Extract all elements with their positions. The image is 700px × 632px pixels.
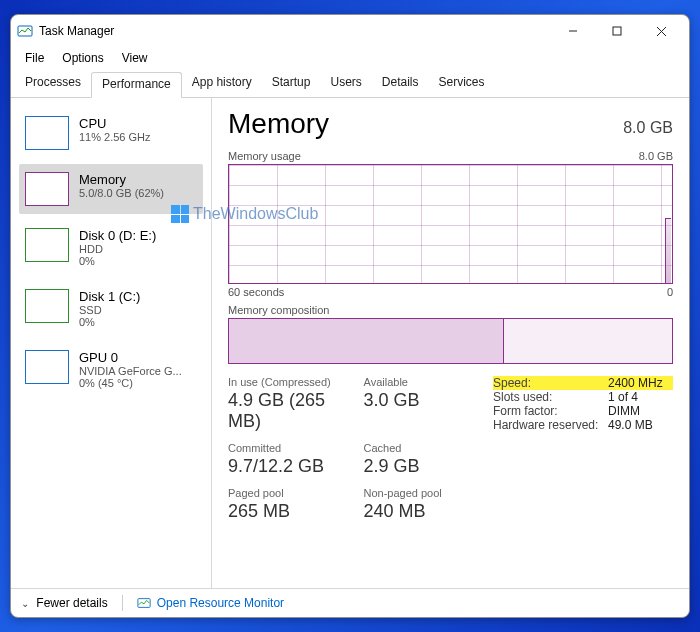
menu-view[interactable]: View (114, 49, 156, 67)
stat-value: 4.9 GB (265 MB) (228, 390, 340, 432)
stat-label: In use (Compressed) (228, 376, 340, 388)
tab-users[interactable]: Users (320, 71, 371, 97)
footer: ⌄ Fewer details Open Resource Monitor (11, 588, 689, 617)
time-axis-left: 60 seconds (228, 286, 284, 298)
fewer-details-label: Fewer details (36, 596, 107, 610)
stat-cached: Cached 2.9 GB (364, 442, 476, 477)
minimize-button[interactable] (551, 16, 595, 46)
usage-label: Memory usage (228, 150, 301, 162)
stat-label: Cached (364, 442, 476, 454)
resource-monitor-icon (137, 596, 151, 610)
stat-label: Committed (228, 442, 340, 454)
stat-val: 1 of 4 (608, 390, 638, 404)
sidebar-item-disk0[interactable]: Disk 0 (D: E:) HDD 0% (19, 220, 203, 275)
stat-value: 240 MB (364, 501, 476, 522)
performance-sidebar: CPU 11% 2.56 GHz Memory 5.0/8.0 GB (62%)… (11, 98, 211, 588)
stat-value: 3.0 GB (364, 390, 476, 411)
stat-available: Available 3.0 GB (364, 376, 476, 432)
stat-in-use: In use (Compressed) 4.9 GB (265 MB) (228, 376, 340, 432)
cpu-thumb-icon (25, 116, 69, 150)
titlebar: Task Manager (11, 15, 689, 47)
sidebar-item-disk1[interactable]: Disk 1 (C:) SSD 0% (19, 281, 203, 336)
sidebar-label: Disk 0 (D: E:) (79, 228, 156, 243)
close-button[interactable] (639, 16, 683, 46)
composition-label: Memory composition (228, 304, 329, 316)
fewer-details-button[interactable]: ⌄ Fewer details (21, 596, 108, 610)
menu-options[interactable]: Options (54, 49, 111, 67)
stat-key: Slots used: (493, 390, 608, 404)
sidebar-sub2: 0% (45 °C) (79, 377, 182, 389)
app-icon (17, 23, 33, 39)
sidebar-label: Disk 1 (C:) (79, 289, 140, 304)
stat-slots: Slots used: 1 of 4 (493, 390, 673, 404)
stat-label: Paged pool (228, 487, 340, 499)
stat-key: Form factor: (493, 404, 608, 418)
window-title: Task Manager (39, 24, 114, 38)
stat-value: 9.7/12.2 GB (228, 456, 340, 477)
page-title: Memory (228, 108, 329, 140)
maximize-button[interactable] (595, 16, 639, 46)
stat-speed: Speed: 2400 MHz (493, 376, 673, 390)
disk-thumb-icon (25, 289, 69, 323)
stat-paged-pool: Paged pool 265 MB (228, 487, 340, 522)
stats-grid: In use (Compressed) 4.9 GB (265 MB) Avai… (228, 376, 475, 522)
stat-value: 265 MB (228, 501, 340, 522)
svg-rect-5 (138, 599, 150, 608)
stat-val: 49.0 MB (608, 418, 653, 432)
memory-panel: Memory 8.0 GB Memory usage 8.0 GB 60 sec… (211, 98, 689, 588)
tab-app-history[interactable]: App history (182, 71, 262, 97)
svg-rect-2 (613, 27, 621, 35)
sidebar-sub: NVIDIA GeForce G... (79, 365, 182, 377)
tab-services[interactable]: Services (429, 71, 495, 97)
stat-committed: Committed 9.7/12.2 GB (228, 442, 340, 477)
sidebar-sub: 5.0/8.0 GB (62%) (79, 187, 164, 199)
composition-used-segment (229, 319, 504, 363)
sidebar-sub: HDD (79, 243, 156, 255)
memory-total: 8.0 GB (623, 119, 673, 137)
sidebar-item-gpu[interactable]: GPU 0 NVIDIA GeForce G... 0% (45 °C) (19, 342, 203, 397)
usage-max: 8.0 GB (639, 150, 673, 162)
menu-file[interactable]: File (17, 49, 52, 67)
sidebar-sub2: 0% (79, 316, 140, 328)
stat-key: Hardware reserved: (493, 418, 608, 432)
memory-thumb-icon (25, 172, 69, 206)
menubar: File Options View (11, 47, 689, 71)
stat-key: Speed: (493, 376, 608, 390)
stat-val: 2400 MHz (608, 376, 663, 390)
stat-label: Available (364, 376, 476, 388)
tab-performance[interactable]: Performance (91, 72, 182, 98)
open-resource-monitor-link[interactable]: Open Resource Monitor (137, 596, 284, 610)
sidebar-sub2: 0% (79, 255, 156, 267)
resource-monitor-label: Open Resource Monitor (157, 596, 284, 610)
tab-processes[interactable]: Processes (15, 71, 91, 97)
sidebar-sub: 11% 2.56 GHz (79, 131, 151, 143)
memory-composition-bar (228, 318, 673, 364)
tab-startup[interactable]: Startup (262, 71, 321, 97)
sidebar-label: GPU 0 (79, 350, 182, 365)
stat-nonpaged-pool: Non-paged pool 240 MB (364, 487, 476, 522)
sidebar-sub: SSD (79, 304, 140, 316)
time-axis-right: 0 (667, 286, 673, 298)
separator (122, 595, 123, 611)
tab-details[interactable]: Details (372, 71, 429, 97)
stats-right: Speed: 2400 MHz Slots used: 1 of 4 Form … (493, 376, 673, 522)
sidebar-item-cpu[interactable]: CPU 11% 2.56 GHz (19, 108, 203, 158)
tab-bar: Processes Performance App history Startu… (11, 71, 689, 98)
memory-usage-graph (228, 164, 673, 284)
stat-label: Non-paged pool (364, 487, 476, 499)
gpu-thumb-icon (25, 350, 69, 384)
sidebar-label: CPU (79, 116, 151, 131)
stat-value: 2.9 GB (364, 456, 476, 477)
task-manager-window: Task Manager File Options View Processes… (10, 14, 690, 618)
svg-rect-0 (18, 26, 32, 36)
sidebar-label: Memory (79, 172, 164, 187)
stat-val: DIMM (608, 404, 640, 418)
sidebar-item-memory[interactable]: Memory 5.0/8.0 GB (62%) (19, 164, 203, 214)
disk-thumb-icon (25, 228, 69, 262)
stat-form-factor: Form factor: DIMM (493, 404, 673, 418)
stat-hardware-reserved: Hardware reserved: 49.0 MB (493, 418, 673, 432)
chevron-down-icon: ⌄ (21, 598, 29, 609)
